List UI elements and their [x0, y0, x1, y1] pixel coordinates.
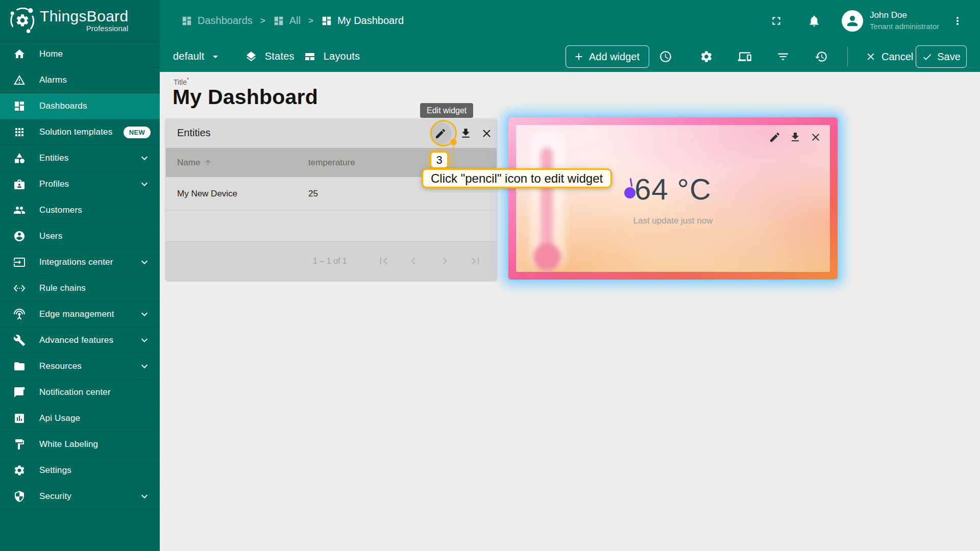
tutorial-step-badge: 3	[430, 151, 449, 169]
sidebar-item-rule-chains[interactable]: Rule chains	[0, 276, 160, 302]
sidebar-item-label: Customers	[39, 205, 151, 215]
sidebar-item-label: Settings	[39, 465, 151, 475]
dashboard-icon	[13, 100, 26, 112]
cell-temperature: 25	[308, 177, 318, 211]
next-page-button[interactable]	[438, 254, 452, 268]
sidebar-item-dashboards[interactable]: Dashboards	[0, 93, 160, 119]
cancel-button[interactable]: Cancel	[860, 45, 918, 68]
settings-ethernet-icon	[13, 282, 26, 294]
thingsboard-logo-icon	[8, 6, 37, 35]
sidebar-item-label: Security	[39, 491, 138, 502]
home-icon	[13, 48, 26, 60]
save-button[interactable]: Save	[916, 45, 967, 68]
temperature-widget-actions	[769, 131, 822, 143]
clock-icon	[659, 50, 672, 63]
title-field-label: Title*	[174, 77, 189, 86]
close-icon[interactable]	[810, 131, 822, 143]
first-page-button[interactable]	[377, 254, 391, 268]
sidebar-item-customers[interactable]: Customers	[0, 197, 160, 223]
notifications-button[interactable]	[803, 10, 825, 32]
states-label: States	[265, 51, 295, 62]
add-widget-button[interactable]: Add widget	[566, 45, 649, 68]
toolbar-divider	[847, 47, 848, 66]
category-icon	[13, 152, 26, 164]
layers-icon	[245, 51, 257, 63]
account-circle-icon	[13, 230, 26, 242]
sidebar-item-white-labeling[interactable]: White Labeling	[0, 432, 160, 458]
notification-bubble-icon	[13, 386, 26, 398]
dashboard-settings-button[interactable]	[696, 46, 717, 67]
sidebar-item-resources[interactable]: Resources	[0, 354, 160, 380]
sidebar-item-notification-center[interactable]: Notification center	[0, 380, 160, 406]
download-icon[interactable]	[789, 131, 801, 143]
sidebar-item-alarms[interactable]: Alarms	[0, 67, 160, 93]
version-history-button[interactable]	[811, 46, 832, 67]
sidebar-item-entities[interactable]: Entities	[0, 145, 160, 171]
remove-widget-button[interactable]	[480, 127, 494, 140]
entity-aliases-button[interactable]	[734, 46, 755, 67]
dashboard-title-input[interactable]: My Dashboard	[173, 85, 318, 109]
sidebar-item-security[interactable]: Security	[0, 484, 160, 510]
sidebar-item-solution-templates[interactable]: Solution templates NEW	[0, 119, 160, 145]
state-selector[interactable]: default	[173, 51, 226, 63]
breadcrumb-all[interactable]: All	[273, 15, 301, 27]
sidebar-item-edge-management[interactable]: Edge management	[0, 302, 160, 328]
temperature-widget[interactable]: 64 °C Last update just now	[508, 117, 838, 280]
sidebar-item-profiles[interactable]: Profiles	[0, 171, 160, 197]
antenna-icon	[13, 308, 26, 320]
last-page-button[interactable]	[469, 254, 483, 268]
dashboard-content: Title* My Dashboard Entities	[160, 72, 980, 551]
pencil-icon[interactable]	[769, 131, 781, 143]
close-icon	[480, 127, 493, 140]
tools-icon	[13, 334, 26, 346]
user-name: John Doe	[870, 10, 939, 20]
sidebar-item-label: Advanced features	[39, 335, 138, 345]
chart-box-icon	[13, 412, 26, 424]
filter-icon	[776, 50, 790, 63]
filters-button[interactable]	[772, 46, 794, 67]
sidebar-item-label: White Labeling	[39, 439, 151, 449]
more-menu-button[interactable]	[946, 10, 969, 32]
sidebar-item-settings[interactable]: Settings	[0, 458, 160, 484]
plus-icon	[573, 51, 584, 62]
user-menu[interactable]: John Doe Tenant administrator	[870, 10, 939, 32]
last-update-label: Last update just now	[516, 216, 830, 226]
logo[interactable]: ThingsBoard Professional	[0, 0, 160, 41]
chevron-down-icon	[138, 178, 151, 190]
column-header-name[interactable]: Name	[177, 148, 212, 177]
temperature-value: 64 °C	[634, 172, 712, 206]
chevron-down-icon	[138, 334, 151, 346]
sidebar-item-integrations-center[interactable]: Integrations center	[0, 249, 160, 276]
avatar[interactable]	[842, 10, 863, 32]
chevron-down-icon	[138, 490, 151, 503]
fullscreen-button[interactable]	[765, 10, 788, 32]
close-icon	[865, 51, 876, 62]
layouts-button[interactable]: Layouts	[304, 51, 360, 63]
previous-page-button[interactable]	[406, 254, 421, 268]
app-name: ThingsBoard	[40, 8, 128, 24]
breadcrumb-label: All	[289, 15, 301, 27]
user-role: Tenant administrator	[870, 22, 939, 32]
tutorial-instruction: Click "pencil" icon to edit widget	[422, 168, 612, 188]
sidebar-item-users[interactable]: Users	[0, 223, 160, 249]
new-badge: NEW	[124, 127, 151, 138]
sidebar-item-api-usage[interactable]: Api Usage	[0, 406, 160, 432]
add-widget-label: Add widget	[589, 51, 640, 63]
sidebar-item-advanced-features[interactable]: Advanced features	[0, 328, 160, 354]
first-page-icon	[377, 254, 390, 268]
column-header-temperature[interactable]: temperature	[308, 148, 355, 177]
chevron-down-icon	[138, 360, 151, 372]
dashboard-toolbar: default States Layouts Add widget	[160, 41, 980, 72]
states-button[interactable]: States	[245, 51, 295, 63]
dashboard-icon	[273, 15, 284, 27]
sidebar-item-label: Users	[39, 231, 151, 241]
folder-icon	[13, 360, 26, 372]
dashboard-icon	[181, 15, 192, 27]
export-widget-button[interactable]	[459, 127, 473, 140]
timewindow-button[interactable]	[655, 46, 676, 67]
sidebar-item-home[interactable]: Home	[0, 41, 160, 67]
breadcrumb-dashboards[interactable]: Dashboards	[181, 15, 253, 27]
layout-icon	[304, 51, 316, 63]
temperature-card: 64 °C Last update just now	[516, 125, 830, 272]
breadcrumb-label: My Dashboard	[337, 15, 404, 27]
